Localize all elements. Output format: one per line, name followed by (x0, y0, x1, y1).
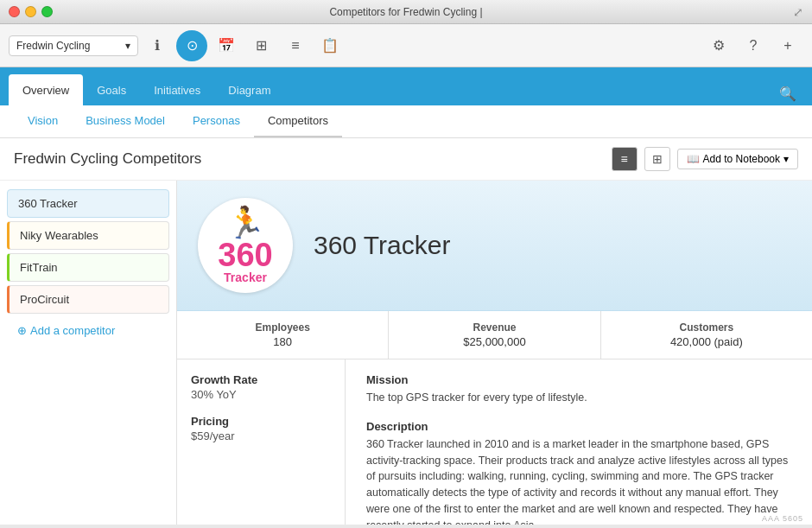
page-header: Fredwin Cycling Competitors ≡ ⊞ 📖 Add to… (0, 138, 812, 181)
add-competitor-button[interactable]: ⊕ Add a competitor (7, 317, 169, 344)
tab-diagram[interactable]: Diagram (214, 74, 284, 105)
info-button[interactable]: ℹ (142, 30, 173, 61)
stat-revenue-value: $25,000,000 (403, 335, 586, 348)
maximize-button[interactable] (41, 6, 53, 17)
sidebar-item-fittrain[interactable]: FitTrain (7, 253, 169, 282)
subnav-vision[interactable]: Vision (14, 105, 72, 137)
org-selector[interactable]: Fredwin Cycling ▾ (9, 35, 138, 56)
subnav-business-model[interactable]: Business Model (72, 105, 179, 137)
tab-overview[interactable]: Overview (9, 74, 83, 105)
stat-customers-value: 420,000 (paid) (615, 335, 798, 348)
company-logo: 🏃 360 Tracker (198, 198, 293, 293)
sidebar-item-niky[interactable]: Niky Wearables (7, 221, 169, 250)
growth-rate-value: 30% YoY (191, 388, 331, 401)
page-title: Fredwin Cycling Competitors (14, 150, 201, 168)
detail-left: Growth Rate 30% YoY Pricing $59/year (177, 359, 346, 525)
add-button[interactable]: + (772, 30, 803, 61)
nav-search: 🔍 (772, 82, 803, 105)
main-content: Fredwin Cycling Competitors ≡ ⊞ 📖 Add to… (0, 138, 812, 525)
notebook-icon: 📖 (687, 153, 700, 165)
logo-inner: 🏃 360 Tracker (218, 207, 272, 283)
mission-text: The top GPS tracker for every type of li… (366, 390, 791, 406)
window-title: Competitors for Fredwin Cycling | (329, 6, 482, 18)
grid-button[interactable]: ⊞ (245, 30, 276, 61)
detail-right: Mission The top GPS tracker for every ty… (346, 359, 812, 525)
page-actions: ≡ ⊞ 📖 Add to Notebook ▾ (612, 147, 798, 171)
close-button[interactable] (9, 6, 20, 17)
sidebar-item-360tracker[interactable]: 360 Tracker (7, 189, 169, 218)
tab-goals[interactable]: Goals (83, 74, 140, 105)
growth-rate-label: Growth Rate (191, 373, 331, 386)
detail-columns: Growth Rate 30% YoY Pricing $59/year Mis… (177, 359, 812, 525)
help-button[interactable]: ? (738, 30, 769, 61)
company-name: 360 Tracker (314, 231, 450, 260)
stat-customers: Customers 420,000 (paid) (601, 311, 812, 359)
grid-view-button[interactable]: ⊞ (644, 147, 670, 171)
subnav-personas[interactable]: Personas (179, 105, 254, 137)
logo-number: 360 (218, 239, 272, 271)
add-icon: ⊕ (17, 324, 27, 337)
notebook-label: Add to Notebook (703, 153, 780, 165)
pricing-value: $59/year (191, 429, 331, 442)
description-section: Description 360 Tracker launched in 2010… (366, 420, 791, 525)
content-area: 360 Tracker Niky Wearables FitTrain ProC… (0, 181, 812, 525)
add-to-notebook-button[interactable]: 📖 Add to Notebook ▾ (677, 149, 798, 169)
resize-icon[interactable]: ⤢ (793, 5, 803, 19)
overview-button[interactable]: ⊙ (176, 30, 207, 61)
detail-panel: 🏃 360 Tracker 360 Tracker Employees 180 … (177, 181, 812, 525)
list-view-button[interactable]: ≡ (612, 147, 638, 171)
notebook-arrow-icon: ▾ (783, 153, 789, 165)
detail-header: 🏃 360 Tracker 360 Tracker (177, 181, 812, 311)
stat-employees-label: Employees (191, 321, 374, 334)
minimize-button[interactable] (25, 6, 36, 17)
search-icon[interactable]: 🔍 (772, 82, 803, 105)
stat-revenue: Revenue $25,000,000 (389, 311, 600, 359)
subnav-competitors[interactable]: Competitors (254, 105, 342, 137)
toolbar-right: ⚙ ? + (703, 30, 803, 61)
sidebar: 360 Tracker Niky Wearables FitTrain ProC… (0, 181, 177, 525)
title-bar: Competitors for Fredwin Cycling | ⤢ (0, 0, 812, 24)
add-competitor-label: Add a competitor (30, 324, 115, 337)
nav-tabs: Overview Goals Initiatives Diagram 🔍 (0, 67, 812, 105)
window-controls (9, 6, 53, 17)
stats-row: Employees 180 Revenue $25,000,000 Custom… (177, 311, 812, 359)
sub-nav: Vision Business Model Personas Competito… (0, 105, 812, 138)
tab-initiatives[interactable]: Initiatives (140, 74, 214, 105)
company-name-container: 360 Tracker (314, 231, 450, 260)
watermark: AAA 5605 (762, 514, 803, 523)
description-text: 360 Tracker launched in 2010 and is a ma… (366, 436, 791, 525)
pricing-label: Pricing (191, 415, 331, 428)
list-button[interactable]: ≡ (280, 30, 311, 61)
mission-title: Mission (366, 373, 791, 386)
calendar-button[interactable]: 📅 (211, 30, 242, 61)
logo-icon: 🏃 (218, 207, 272, 239)
notebook-button[interactable]: 📋 (314, 30, 346, 61)
stat-customers-label: Customers (615, 321, 798, 334)
description-title: Description (366, 420, 791, 433)
sidebar-item-procircuit[interactable]: ProCircuit (7, 285, 169, 314)
pricing-item: Pricing $59/year (191, 415, 331, 442)
mission-section: Mission The top GPS tracker for every ty… (366, 373, 791, 406)
stat-revenue-label: Revenue (403, 321, 586, 334)
logo-text: Tracker (218, 271, 272, 283)
stat-employees: Employees 180 (177, 311, 389, 359)
toolbar: Fredwin Cycling ▾ ℹ ⊙ 📅 ⊞ ≡ 📋 ⚙ ? + (0, 24, 812, 67)
org-name: Fredwin Cycling (16, 40, 90, 52)
settings-button[interactable]: ⚙ (703, 30, 734, 61)
growth-rate-item: Growth Rate 30% YoY (191, 373, 331, 401)
org-dropdown-icon: ▾ (125, 40, 130, 52)
stat-employees-value: 180 (191, 335, 374, 348)
